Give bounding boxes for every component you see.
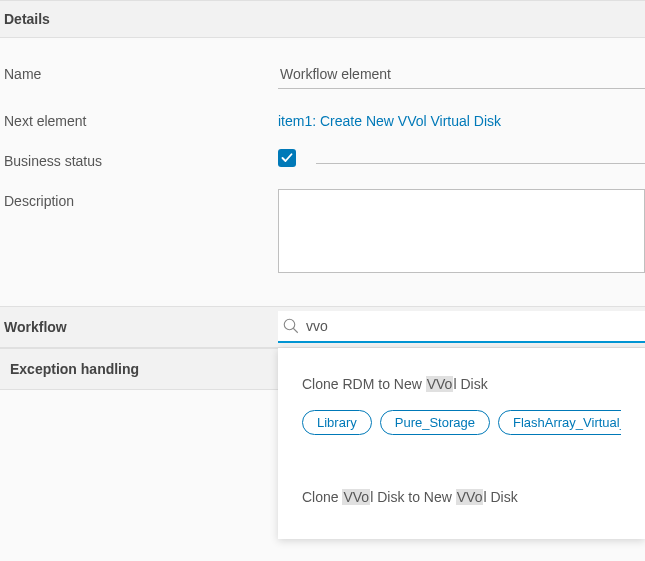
- workflow-search-input[interactable]: [306, 318, 641, 334]
- search-result-item[interactable]: Clone RDM to New VVol Disk Library Pure_…: [302, 376, 621, 435]
- search-result-title: Clone RDM to New VVol Disk: [302, 376, 621, 392]
- next-element-label: Next element: [0, 109, 278, 129]
- details-section-title: Details: [4, 11, 50, 27]
- description-input[interactable]: [278, 189, 645, 273]
- workflow-section-title: Workflow: [4, 319, 67, 335]
- workflow-section-header[interactable]: Workflow: [0, 307, 278, 347]
- name-label: Name: [0, 62, 278, 82]
- business-status-field[interactable]: [316, 163, 645, 164]
- tag[interactable]: FlashArray_Virtual_Volume: [498, 410, 621, 435]
- tag[interactable]: Pure_Storage: [380, 410, 490, 435]
- workflow-search-dropdown: Clone RDM to New VVol Disk Library Pure_…: [278, 348, 645, 539]
- svg-point-0: [284, 319, 295, 330]
- workflow-search-wrap[interactable]: [278, 311, 645, 343]
- next-element-link[interactable]: item1: Create New VVol Virtual Disk: [278, 109, 501, 129]
- search-result-tags: Library Pure_Storage FlashArray_Virtual_…: [302, 410, 621, 435]
- description-label: Description: [0, 189, 278, 209]
- exception-handling-title: Exception handling: [10, 361, 139, 377]
- search-result-item[interactable]: Clone VVol Disk to New VVol Disk: [302, 489, 621, 505]
- search-icon: [282, 317, 300, 335]
- name-input[interactable]: [278, 62, 645, 89]
- tag[interactable]: Library: [302, 410, 372, 435]
- business-status-label: Business status: [0, 149, 278, 169]
- search-result-title: Clone VVol Disk to New VVol Disk: [302, 489, 621, 505]
- details-section-header[interactable]: Details: [0, 0, 645, 38]
- check-icon: [281, 152, 293, 164]
- svg-line-1: [293, 328, 298, 333]
- business-status-checkbox[interactable]: [278, 149, 296, 167]
